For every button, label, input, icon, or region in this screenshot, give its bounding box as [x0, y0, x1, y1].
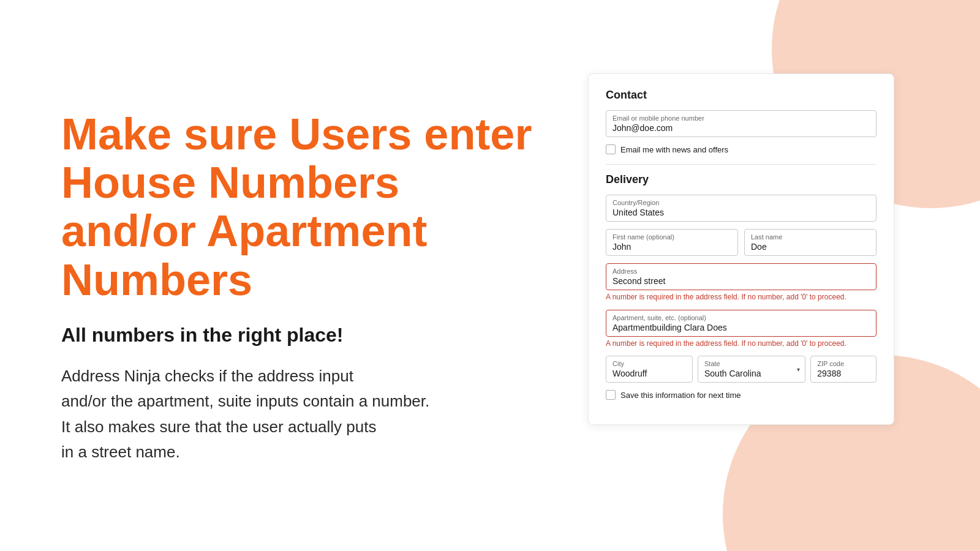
address-field-group: Address Second street A number is requir…: [606, 263, 876, 302]
email-checkbox-label: Email me with news and offers: [620, 145, 728, 154]
apartment-label: Apartment, suite, etc. (optional): [612, 314, 870, 321]
name-fields-group: First name (optional) John Last name Doe: [606, 229, 876, 256]
address-field[interactable]: Address Second street: [606, 263, 876, 290]
country-field-group: Country/Region United States: [606, 195, 876, 222]
save-checkbox[interactable]: [606, 390, 616, 400]
email-checkbox-row[interactable]: Email me with news and offers: [606, 144, 876, 154]
hero-title: Make sure Users enter House Numbers and/…: [61, 110, 539, 304]
apartment-error-message: A number is required in the address fiel…: [606, 339, 876, 349]
first-name-field[interactable]: First name (optional) John: [606, 229, 738, 256]
city-field[interactable]: City Woodruff: [606, 356, 693, 383]
save-checkbox-label: Save this information for next time: [620, 391, 741, 400]
last-name-field[interactable]: Last name Doe: [744, 229, 876, 256]
city-label: City: [612, 360, 686, 367]
address-label: Address: [612, 268, 870, 275]
email-checkbox[interactable]: [606, 144, 616, 154]
first-name-label: First name (optional): [612, 233, 731, 241]
apartment-field-group: Apartment, suite, etc. (optional) Apartm…: [606, 310, 876, 349]
zip-value: 29388: [817, 369, 870, 378]
state-label: State: [704, 360, 799, 367]
apartment-field[interactable]: Apartment, suite, etc. (optional) Apartm…: [606, 310, 876, 337]
description: Address Ninja checks if the address inpu…: [61, 364, 490, 465]
email-label: Email or mobile phone number: [612, 114, 870, 122]
last-name-value: Doe: [751, 242, 870, 252]
contact-section-title: Contact: [606, 89, 876, 102]
email-value: John@doe.com: [612, 123, 870, 133]
subtitle: All numbers in the right place!: [61, 324, 539, 347]
country-label: Country/Region: [612, 199, 870, 206]
apartment-value: Apartmentbuilding Clara Does: [612, 323, 870, 332]
email-field-group: Email or mobile phone number John@doe.co…: [606, 110, 876, 137]
zip-field[interactable]: ZIP code 29388: [810, 356, 876, 383]
first-name-value: John: [612, 242, 731, 252]
last-name-label: Last name: [751, 233, 870, 241]
email-field[interactable]: Email or mobile phone number John@doe.co…: [606, 110, 876, 137]
right-panel: Contact Email or mobile phone number Joh…: [588, 0, 980, 551]
zip-label: ZIP code: [817, 360, 870, 367]
state-value: South Carolina: [704, 369, 799, 378]
form-card: Contact Email or mobile phone number Joh…: [588, 73, 894, 425]
state-field[interactable]: State South Carolina ▾: [698, 356, 805, 383]
address-value: Second street: [612, 276, 870, 286]
save-checkbox-row[interactable]: Save this information for next time: [606, 390, 876, 400]
state-chevron-icon: ▾: [797, 366, 800, 373]
country-value: United States: [612, 208, 870, 217]
delivery-section-title: Delivery: [606, 173, 876, 186]
city-state-zip-group: City Woodruff State South Carolina ▾ ZIP…: [606, 356, 876, 383]
city-value: Woodruff: [612, 369, 686, 378]
country-field[interactable]: Country/Region United States: [606, 195, 876, 222]
section-divider: [606, 164, 876, 165]
left-panel: Make sure Users enter House Numbers and/…: [0, 0, 588, 551]
address-error-message: A number is required in the address fiel…: [606, 293, 876, 302]
